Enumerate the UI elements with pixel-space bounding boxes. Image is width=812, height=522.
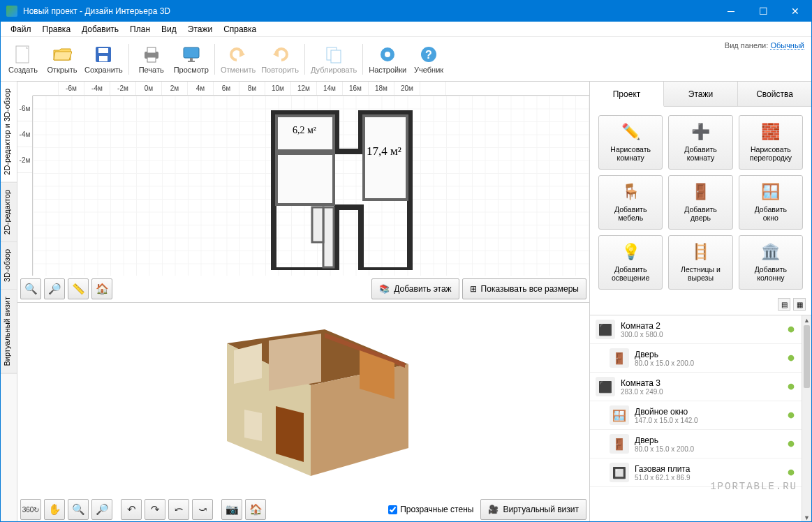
rtab-properties[interactable]: Свойства <box>738 82 811 106</box>
mini-2[interactable]: ▦ <box>793 298 806 311</box>
btn-zoomin-3d[interactable]: 🔎 <box>91 499 112 520</box>
visibility-icon[interactable] <box>786 410 796 420</box>
maximize-button[interactable]: ☐ <box>747 1 779 22</box>
btn-tilt-fwd[interactable]: ⤻ <box>192 499 213 520</box>
svg-rect-11 <box>331 50 341 63</box>
object-row[interactable]: 🪟Двойное окно147.0 x 15.0 x 142.0 <box>590 401 802 430</box>
canvas-2d[interactable]: 6,2 м² 17,4 м² <box>33 96 589 276</box>
ruler-horizontal: -6м-4м-2м0м2м4м6м8м10м12м14м16м18м20м <box>33 82 589 96</box>
home-button[interactable]: 🏠 <box>91 278 112 299</box>
add-floor-button[interactable]: 📚Добавить этаж <box>371 278 459 299</box>
show-dims-button[interactable]: ⊞Показывать все размеры <box>462 278 586 299</box>
menu-add[interactable]: Добавить <box>76 23 124 36</box>
zoom-out-button[interactable]: 🔍 <box>20 278 41 299</box>
btn-camera[interactable]: 📷 <box>221 499 242 520</box>
visibility-icon[interactable] <box>786 382 796 392</box>
gear-icon <box>378 45 397 64</box>
right-tabs: Проект Этажи Свойства <box>590 82 811 107</box>
canvas-3d[interactable] <box>17 303 589 497</box>
vtab-3d[interactable]: 3D-обзор <box>1 242 17 290</box>
svg-rect-19 <box>312 207 323 242</box>
rtab-floors[interactable]: Этажи <box>664 82 738 106</box>
btn-rotate-right[interactable]: ↷ <box>145 499 165 520</box>
object-row[interactable]: ⬛Комната 2300.0 x 580.0 <box>590 315 802 344</box>
object-dim: 283.0 x 249.0 <box>621 388 786 396</box>
object-row[interactable]: 🔲Газовая плита51.0 x 62.1 x 86.9 <box>590 458 802 487</box>
object-row[interactable]: 🚪Дверь80.0 x 15.0 x 200.0 <box>590 344 802 373</box>
redo-button[interactable]: Повторить <box>258 40 302 79</box>
scroll-down[interactable]: ▼ <box>802 513 811 522</box>
rtab-project[interactable]: Проект <box>590 82 664 107</box>
zoom-in-button[interactable]: 🔎 <box>44 278 65 299</box>
tool-bulb[interactable]: 💡Добавитьосвещение <box>598 235 663 290</box>
vtab-2d[interactable]: 2D-редактор <box>1 183 17 242</box>
object-thumb: ⬛ <box>596 320 615 339</box>
btn-zoomout-3d[interactable]: 🔍 <box>68 499 89 520</box>
btn-home-3d[interactable]: 🏠 <box>245 499 266 520</box>
minimize-button[interactable]: ─ <box>715 1 747 22</box>
transparent-walls-checkbox[interactable]: Прозрачные стены <box>388 505 473 514</box>
tool-pencil[interactable]: ✏️Нарисоватькомнату <box>598 115 663 170</box>
svg-rect-6 <box>147 57 156 62</box>
object-row[interactable]: 🚪Дверь80.0 x 15.0 x 200.0 <box>590 430 802 458</box>
camera-icon: 🎥 <box>488 505 499 514</box>
toolbar: Создать Открыть Сохранить Печать Просмот… <box>1 37 811 82</box>
object-thumb: 🪟 <box>610 405 629 425</box>
panel-mode-link[interactable]: Обычный <box>770 41 804 50</box>
object-thumb: 🚪 <box>610 348 629 368</box>
visibility-icon[interactable] <box>786 353 796 363</box>
tutorial-button[interactable]: ?Учебник <box>409 40 448 79</box>
vtab-virtual[interactable]: Виртуальный визит <box>1 290 17 374</box>
create-button[interactable]: Создать <box>3 40 43 79</box>
duplicate-button[interactable]: Дублировать <box>308 40 360 79</box>
close-button[interactable]: ✕ <box>779 1 811 22</box>
scrollbar[interactable]: ▲ ▼ <box>802 315 811 522</box>
menu-floors[interactable]: Этажи <box>182 23 218 36</box>
tool-column[interactable]: 🏛️Добавитьколонну <box>739 235 803 290</box>
btn-360[interactable]: 360↻ <box>20 499 41 520</box>
open-button[interactable]: Открыть <box>43 40 82 79</box>
addroom-icon: ➕ <box>691 123 710 142</box>
object-row[interactable]: ⬛Комната 3283.0 x 249.0 <box>590 373 802 401</box>
object-name: Дверь <box>635 435 786 445</box>
scroll-thumb[interactable] <box>804 325 810 388</box>
btn-tilt-back[interactable]: ⤺ <box>168 499 189 520</box>
menu-edit[interactable]: Правка <box>37 23 77 36</box>
stairs-icon: 🪜 <box>691 243 710 262</box>
visibility-icon[interactable] <box>786 468 796 477</box>
preview-button[interactable]: Просмотр <box>171 40 212 79</box>
virtual-visit-button[interactable]: 🎥Виртуальный визит <box>480 499 586 520</box>
svg-text:?: ? <box>425 49 432 61</box>
menu-view[interactable]: Вид <box>156 23 182 36</box>
settings-button[interactable]: Настройки <box>366 40 409 79</box>
tool-stairs[interactable]: 🪜Лестницы ивырезы <box>668 235 732 290</box>
svg-marker-25 <box>269 334 321 391</box>
save-button[interactable]: Сохранить <box>82 40 126 79</box>
object-dim: 51.0 x 62.1 x 86.9 <box>635 474 786 482</box>
undo-button[interactable]: Отменить <box>218 40 258 79</box>
object-dim: 80.0 x 15.0 x 200.0 <box>635 445 786 453</box>
object-name: Комната 3 <box>621 378 786 388</box>
vtab-2d-3d[interactable]: 2D-редактор и 3D-обзор <box>1 82 17 183</box>
btn-pan[interactable]: ✋ <box>44 499 65 520</box>
mini-1[interactable]: ▤ <box>778 298 790 311</box>
svg-rect-20 <box>276 154 334 204</box>
svg-point-33 <box>788 412 795 419</box>
tool-wall[interactable]: 🧱Нарисоватьперегородку <box>739 115 803 170</box>
object-dim: 300.0 x 580.0 <box>621 331 786 338</box>
tool-chair[interactable]: 🪑Добавитьмебель <box>598 175 663 230</box>
btn-rotate-left[interactable]: ↶ <box>121 499 142 520</box>
visibility-icon[interactable] <box>786 439 796 449</box>
tool-addroom[interactable]: ➕Добавитькомнату <box>668 115 732 170</box>
menu-file[interactable]: Файл <box>5 23 37 36</box>
ruler-button[interactable]: 📏 <box>68 278 89 299</box>
print-button[interactable]: Печать <box>132 40 171 79</box>
svg-point-30 <box>788 327 795 333</box>
tool-window[interactable]: 🪟Добавитьокно <box>739 175 803 230</box>
menu-help[interactable]: Справка <box>218 23 262 36</box>
visibility-icon[interactable] <box>786 325 796 334</box>
tool-door[interactable]: 🚪Добавитьдверь <box>668 175 732 230</box>
object-list: ⬛Комната 2300.0 x 580.0🚪Дверь80.0 x 15.0… <box>590 315 811 522</box>
menu-plan[interactable]: План <box>124 23 156 36</box>
scroll-up[interactable]: ▲ <box>802 315 811 325</box>
